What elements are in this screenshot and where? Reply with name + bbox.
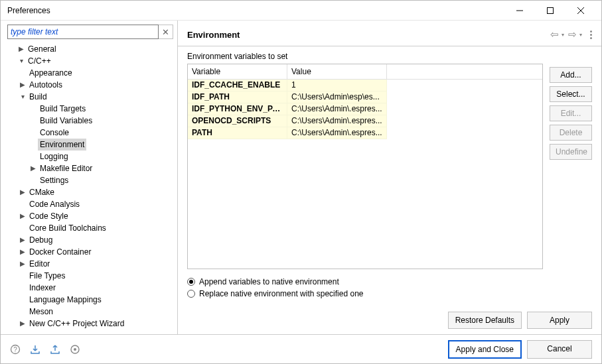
tree-label: Settings	[38, 174, 70, 186]
tree-label: Autotools	[27, 79, 64, 91]
table-row[interactable]: IDF_PATH C:\Users\Admin\esp\es...	[188, 91, 542, 103]
chevron-right-icon[interactable]: ▶	[18, 210, 27, 222]
chevron-down-icon[interactable]: ▾	[17, 55, 26, 67]
table-row[interactable]: OPENOCD_SCRIPTS C:\Users\Admin\.espres..…	[188, 115, 542, 127]
table-row[interactable]: PATH C:\Users\Admin\.espres...	[188, 127, 542, 139]
chevron-right-icon[interactable]: ▶	[17, 43, 26, 55]
restore-defaults-button[interactable]: Restore Defaults	[448, 312, 522, 329]
chevron-right-icon[interactable]: ▶	[18, 79, 27, 91]
tree-label: Code Style	[27, 210, 70, 222]
tree-item-core-build[interactable]: Core Build Toolchains	[18, 222, 177, 234]
apply-and-close-button[interactable]: Apply and Close	[448, 340, 522, 359]
undefine-button[interactable]: Undefine	[550, 144, 592, 160]
tree-label: Editor	[27, 258, 52, 270]
tree-item-editor[interactable]: ▶Editor	[18, 258, 177, 270]
cell-value: C:\Users\Admin\.espres...	[287, 127, 387, 139]
radio-replace[interactable]: Replace native environment with specifie…	[187, 289, 592, 298]
svg-text:?: ?	[13, 346, 17, 353]
back-icon[interactable]: ⇦	[550, 29, 559, 40]
tree-item-code-style[interactable]: ▶Code Style	[18, 210, 177, 222]
add-button[interactable]: Add...	[550, 67, 592, 83]
tree-item-autotools[interactable]: ▶Autotools	[18, 79, 177, 91]
radio-label: Replace native environment with specifie…	[199, 289, 363, 298]
chevron-right-icon[interactable]: ▶	[18, 234, 27, 246]
radio-icon	[187, 290, 195, 298]
tree-item-logging[interactable]: Logging	[29, 151, 177, 162]
col-header-spacer	[387, 64, 542, 80]
tree-item-console[interactable]: Console	[29, 127, 177, 139]
cell-value: 1	[287, 80, 387, 91]
env-table-header: Variable Value	[188, 64, 542, 80]
cancel-button[interactable]: Cancel	[527, 340, 592, 359]
edit-button[interactable]: Edit...	[550, 105, 592, 121]
table-row[interactable]: IDF_CCACHE_ENABLE 1	[188, 80, 542, 91]
window-titlebar: Preferences	[1, 1, 601, 21]
radio-append[interactable]: Append variables to native environment	[187, 277, 592, 286]
tree-item-code-analysis[interactable]: Code Analysis	[18, 198, 177, 210]
col-header-value[interactable]: Value	[287, 64, 387, 80]
col-header-variable[interactable]: Variable	[188, 64, 287, 80]
close-button[interactable]	[565, 1, 596, 20]
tree-label: Core Build Toolchains	[27, 222, 108, 234]
cell-variable: IDF_PYTHON_ENV_PATH	[188, 103, 287, 115]
env-table-label: Environment variables to set	[187, 52, 543, 61]
tree-label: CMake	[27, 186, 56, 198]
radio-label: Append variables to native environment	[199, 277, 339, 286]
chevron-right-icon[interactable]: ▶	[29, 162, 38, 174]
preferences-tree[interactable]: ▶ General ▾ C/C++ Appearance ▶Autotools …	[5, 42, 177, 330]
chevron-right-icon[interactable]: ▶	[18, 258, 27, 270]
tree-item-build-variables[interactable]: Build Variables	[29, 115, 177, 127]
chevron-right-icon[interactable]: ▶	[18, 186, 27, 198]
back-dropdown-icon[interactable]: ▾	[562, 32, 564, 38]
tree-item-meson[interactable]: Meson	[18, 306, 177, 318]
tree-item-ccpp[interactable]: ▾ C/C++	[7, 55, 177, 67]
tree-item-lang-map[interactable]: Language Mappings	[18, 294, 177, 306]
tree-item-cmake[interactable]: ▶CMake	[18, 186, 177, 198]
tree-label: Docker Container	[27, 246, 93, 258]
table-row[interactable]: IDF_PYTHON_ENV_PATH C:\Users\Admin\.espr…	[188, 103, 542, 115]
tree-item-appearance[interactable]: Appearance	[18, 67, 177, 79]
tree-label: Code Analysis	[27, 198, 82, 210]
filter-input[interactable]	[7, 25, 159, 39]
view-menu-icon[interactable]	[590, 30, 592, 39]
tree-item-build-targets[interactable]: Build Targets	[29, 103, 177, 115]
tree-label: General	[26, 43, 58, 55]
select-button[interactable]: Select...	[550, 86, 592, 102]
help-icon[interactable]: ?	[10, 344, 21, 355]
export-icon[interactable]	[50, 344, 60, 355]
cell-value: C:\Users\Admin\.espres...	[287, 115, 387, 127]
minimize-button[interactable]	[504, 1, 535, 20]
delete-button[interactable]: Delete	[550, 125, 592, 141]
tree-label: Indexer	[27, 282, 58, 294]
tree-item-indexer[interactable]: Indexer	[18, 282, 177, 294]
forward-dropdown-icon[interactable]: ▾	[579, 32, 582, 38]
page-title: Environment	[187, 30, 550, 40]
tree-item-environment[interactable]: Environment	[29, 139, 177, 151]
tree-item-build[interactable]: ▾Build	[18, 91, 177, 103]
chevron-down-icon[interactable]: ▾	[18, 91, 27, 103]
tree-label: Build	[27, 91, 49, 103]
maximize-button[interactable]	[535, 1, 565, 20]
tree-item-docker[interactable]: ▶Docker Container	[18, 246, 177, 258]
apply-button[interactable]: Apply	[527, 312, 592, 329]
tree-label: New C/C++ Project Wizard	[27, 318, 126, 330]
tree-item-new-proj[interactable]: ▶New C/C++ Project Wizard	[18, 318, 177, 330]
oomph-icon[interactable]	[70, 344, 80, 355]
window-title: Preferences	[7, 6, 504, 15]
env-table[interactable]: Variable Value IDF_CCACHE_ENABLE 1	[187, 64, 543, 269]
clear-filter-icon[interactable]: ✕	[159, 25, 173, 39]
cell-variable: PATH	[188, 127, 287, 139]
tree-item-settings[interactable]: Settings	[29, 174, 177, 186]
chevron-right-icon[interactable]: ▶	[18, 246, 27, 258]
tree-item-debug[interactable]: ▶Debug	[18, 234, 177, 246]
tree-item-general[interactable]: ▶ General	[7, 43, 177, 55]
window-controls	[504, 1, 596, 20]
main-header: Environment ⇦▾ ⇨▾	[178, 21, 601, 46]
tree-item-file-types[interactable]: File Types	[18, 270, 177, 282]
tree-label: Console	[38, 127, 71, 139]
chevron-right-icon[interactable]: ▶	[18, 318, 27, 330]
tree-item-makefile-editor[interactable]: ▶Makefile Editor	[29, 162, 177, 174]
tree-label: Meson	[27, 306, 55, 318]
forward-icon[interactable]: ⇨	[568, 29, 577, 40]
import-icon[interactable]	[30, 344, 40, 355]
